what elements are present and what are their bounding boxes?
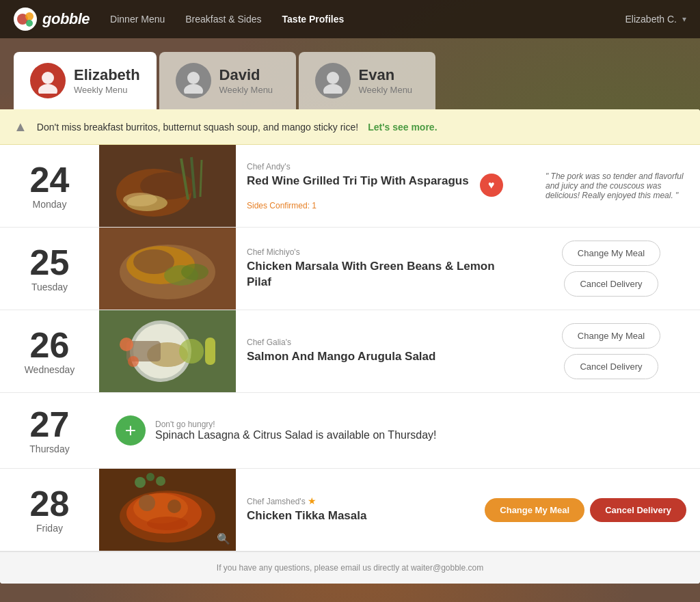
sides-confirmed-monday: Sides Confirmed: 1 (247, 201, 525, 210)
change-meal-friday[interactable]: Change My Meal (485, 498, 584, 522)
promo-banner: ▲ Don't miss breakfast burritos, buttern… (0, 109, 700, 145)
magnifier-icon: 🔍 (217, 532, 230, 545)
menu-row-wednesday: 26 Wednesday Chef Galia's Salmon And Man… (0, 310, 700, 393)
action-buttons-tuesday: Change My Meal Cancel Delivery (522, 228, 700, 310)
tab-elizabeth[interactable]: Elizabeth Weekly Menu (14, 52, 157, 109)
svg-point-1 (25, 12, 33, 20)
svg-point-36 (139, 495, 155, 511)
nav-breakfast[interactable]: Breakfast & Sides (185, 14, 261, 25)
cancel-delivery-friday[interactable]: Cancel Delivery (590, 498, 686, 522)
avatar-david (176, 63, 211, 98)
svg-point-8 (323, 84, 342, 94)
banner-text: Don't miss breakfast burritos, butternut… (37, 122, 358, 133)
review-monday: " The pork was so tender and flavorful a… (536, 145, 700, 227)
day-number-thursday: 27 (30, 407, 70, 442)
day-name-thursday: Thursday (29, 443, 69, 454)
menu-row-tuesday: 25 Tuesday Chef Michiyo's Chicken Marsal… (0, 228, 700, 310)
day-cell-tuesday: 25 Tuesday (0, 228, 99, 310)
avatar-elizabeth (30, 63, 66, 98)
meal-name-friday: Chicken Tikka Masala (247, 508, 460, 523)
day-name-monday: Monday (33, 199, 67, 210)
tab-evan[interactable]: Evan Weekly Menu (299, 52, 435, 109)
svg-point-3 (42, 72, 54, 84)
menu-row-monday: 24 Monday Chef Andy's Red Wine Grilled T… (0, 145, 700, 228)
change-meal-tuesday[interactable]: Change My Meal (562, 241, 660, 266)
svg-point-38 (147, 517, 188, 530)
meal-info-tuesday: Chef Michiyo's Chicken Marsala With Gree… (236, 228, 522, 310)
thursday-special-content: + Don't go hungry! Spinach Lasagna & Cit… (99, 393, 700, 468)
meal-name-wednesday: Salmon And Mango Arugula Salad (247, 349, 511, 364)
meal-name-tuesday: Chicken Marsala With Green Beans & Lemon… (247, 259, 511, 289)
svg-point-5 (187, 72, 200, 84)
cancel-delivery-tuesday[interactable]: Cancel Delivery (564, 271, 658, 297)
day-cell-wednesday: 26 Wednesday (0, 310, 99, 392)
day-number-monday: 24 (30, 162, 70, 197)
main-content: ▲ Don't miss breakfast burritos, buttern… (0, 109, 700, 584)
day-cell-monday: 24 Monday (0, 145, 99, 227)
svg-point-6 (184, 84, 203, 94)
meal-name-monday: Red Wine Grilled Tri Tip With Asparagus (247, 174, 469, 189)
svg-point-40 (146, 473, 154, 481)
svg-point-30 (179, 339, 204, 364)
nav-user-chevron-icon: ▾ (682, 14, 686, 24)
svg-line-14 (200, 160, 202, 197)
footer-text: If you have any questions, please email … (217, 563, 483, 573)
nav-links: Dinner Menu Breakfast & Sides Taste Prof… (110, 14, 625, 25)
menu-row-thursday: 27 Thursday + Don't go hungry! Spinach L… (0, 393, 700, 469)
svg-point-39 (135, 477, 146, 488)
thursday-meal-text: Spinach Lasagna & Citrus Salad is availa… (155, 429, 437, 441)
thursday-text-wrap: Don't go hungry! Spinach Lasagna & Citru… (155, 420, 437, 441)
meal-info-monday: Chef Andy's Red Wine Grilled Tri Tip Wit… (236, 145, 536, 227)
svg-point-41 (156, 476, 165, 486)
change-meal-wednesday[interactable]: Change My Meal (562, 323, 660, 348)
banner-link[interactable]: Let's see more. (368, 122, 437, 133)
profile-name-david: David (219, 66, 273, 84)
chef-wednesday: Chef Galia's (247, 338, 511, 347)
meal-info-wednesday: Chef Galia's Salmon And Mango Arugula Sa… (236, 310, 522, 392)
nav-dinner-menu[interactable]: Dinner Menu (110, 14, 165, 25)
profile-info-evan: Evan Weekly Menu (359, 66, 413, 94)
star-icon-friday: ★ (308, 495, 317, 506)
chef-monday: Chef Andy's (247, 162, 525, 172)
day-name-friday: Friday (36, 523, 63, 534)
svg-rect-31 (205, 338, 215, 365)
svg-point-22 (181, 264, 208, 280)
meal-image-wednesday (99, 310, 236, 392)
day-number-wednesday: 26 (30, 327, 70, 363)
day-cell-friday: 28 Friday (0, 469, 99, 551)
menu-row-friday: 28 Friday 🔍 Chef Jamshed's ★ (0, 469, 700, 551)
svg-point-28 (120, 338, 133, 351)
svg-point-29 (128, 356, 139, 367)
profile-tabs: Elizabeth Weekly Menu David Weekly Menu … (0, 38, 700, 109)
svg-point-2 (26, 20, 33, 27)
meal-image-monday (99, 145, 236, 227)
svg-point-16 (123, 193, 157, 206)
navbar: gobble Dinner Menu Breakfast & Sides Tas… (0, 0, 700, 38)
day-name-tuesday: Tuesday (31, 282, 68, 292)
footer: If you have any questions, please email … (0, 551, 700, 584)
profile-info-elizabeth: Elizabeth Weekly Menu (74, 66, 140, 94)
nav-taste-profiles[interactable]: Taste Profiles (282, 14, 345, 25)
nav-user[interactable]: Elizabeth C. ▾ (625, 14, 686, 25)
day-name-wednesday: Wednesday (25, 364, 75, 375)
svg-point-7 (327, 72, 339, 84)
tab-david[interactable]: David Weekly Menu (159, 52, 296, 109)
avatar-evan (315, 63, 351, 98)
profile-name-evan: Evan (359, 66, 413, 84)
day-cell-thursday: 27 Thursday (0, 393, 99, 468)
meal-image-friday: 🔍 (99, 469, 236, 551)
chef-tuesday: Chef Michiyo's (247, 247, 511, 257)
logo[interactable]: gobble (14, 8, 90, 31)
profile-info-david: David Weekly Menu (219, 66, 273, 94)
cancel-delivery-wednesday[interactable]: Cancel Delivery (564, 354, 658, 379)
meal-image-tuesday (99, 228, 236, 310)
logo-text: gobble (42, 10, 90, 28)
profile-subtitle-david: Weekly Menu (219, 85, 273, 95)
day-number-friday: 28 (30, 486, 70, 521)
action-buttons-friday: Change My Meal Cancel Delivery (471, 469, 700, 551)
heart-button-monday[interactable]: ♥ (480, 174, 503, 197)
svg-point-37 (167, 500, 181, 513)
add-meal-icon[interactable]: + (116, 415, 146, 446)
svg-point-4 (38, 84, 57, 94)
chef-friday: Chef Jamshed's ★ (247, 495, 460, 506)
